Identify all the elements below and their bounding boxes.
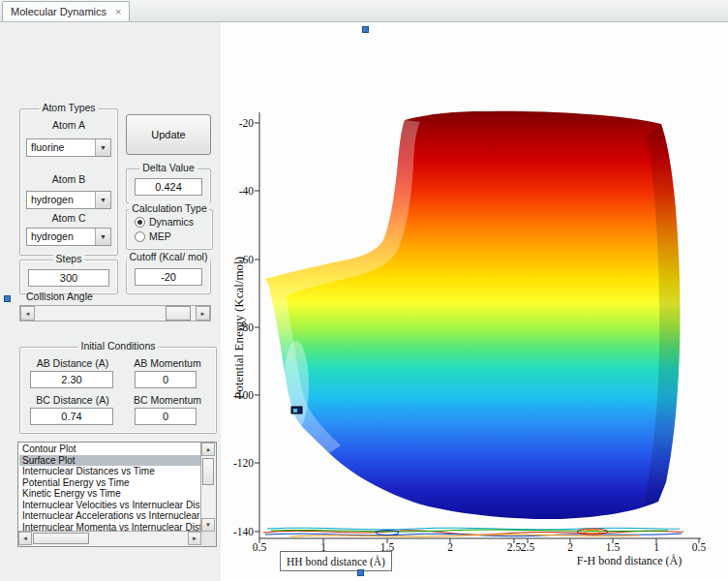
scrollbar-corner [201, 532, 216, 546]
selection-handle-bottom[interactable] [357, 569, 364, 576]
bc-distance-field[interactable]: 0.74 [30, 408, 113, 425]
ab-distance-label: AB Distance (A) [28, 357, 117, 369]
atom-c-value: hydrogen [27, 229, 95, 245]
update-button[interactable]: Update [126, 114, 211, 155]
scroll-right-icon[interactable]: ► [188, 532, 201, 545]
collision-angle-slider[interactable]: ◄ ► [19, 305, 211, 321]
cutoff-panel: Cutoff (Kcal/ mol) -20 [126, 258, 211, 294]
update-button-label: Update [151, 129, 185, 140]
ab-momentum-label: AB Momentum [125, 357, 210, 369]
radio-dynamics-label: Dynamics [149, 216, 194, 228]
y-tick: -60 [225, 254, 254, 265]
tab-title: Molecular Dynamics [11, 6, 106, 17]
y-tick: -80 [225, 321, 254, 333]
atom-types-panel: Atom Types Atom A fluorine ▼ Atom B hydr… [19, 108, 118, 256]
tab-close-icon[interactable]: × [115, 7, 121, 17]
list-item-selected[interactable]: Surface Plot [19, 455, 200, 467]
delta-value-panel: Delta Value 0.424 [126, 168, 211, 203]
list-item[interactable]: Internuclear Velocities vs Internuclear … [19, 500, 200, 511]
atom-a-value: fluorine [27, 139, 95, 156]
plot-type-listbox[interactable]: Contour Plot Surface Plot Internuclear D… [17, 442, 217, 547]
steps-field[interactable]: 300 [28, 269, 109, 287]
slider-right-arrow-icon[interactable]: ► [196, 306, 210, 321]
x-tick-fh: 2.5 [513, 541, 542, 553]
atom-c-label: Atom C [20, 212, 117, 224]
radio-unselected-icon[interactable] [135, 231, 145, 242]
x-tick-hh: 0.5 [245, 541, 274, 553]
cutoff-field[interactable]: -20 [135, 268, 202, 286]
atom-b-label: Atom B [20, 173, 117, 185]
list-item[interactable]: Internuclear Distances vs Time [19, 466, 200, 477]
steps-title: Steps [53, 253, 85, 264]
atom-c-dropdown[interactable]: hydrogen ▼ [26, 228, 111, 246]
list-item[interactable]: Internuclear Momenta vs Internuclear Dis… [19, 522, 200, 532]
y-tick: -40 [225, 185, 254, 197]
collision-angle-label: Collision Angle [26, 290, 93, 302]
y-tick: -20 [225, 117, 254, 129]
ab-momentum-field[interactable]: 0 [135, 371, 197, 388]
tab-molecular-dynamics[interactable]: Molecular Dynamics × [2, 1, 130, 21]
scroll-down-icon[interactable]: ▼ [201, 518, 215, 532]
initial-conditions-title: Initial Conditions [77, 340, 158, 352]
molecular-dynamics-window: Molecular Dynamics × Atom Types Atom A f… [0, 0, 728, 581]
slider-thumb[interactable] [166, 306, 191, 321]
plot-type-list: Contour Plot Surface Plot Internuclear D… [19, 443, 200, 531]
fh-axis-label: F-H bond distance (Å) [552, 554, 707, 568]
radio-mep[interactable]: MEP [135, 230, 171, 242]
steps-panel: Steps 300 [19, 260, 118, 294]
bc-distance-label: BC Distance (A) [28, 394, 117, 406]
x-tick-fh: 1 [642, 541, 671, 553]
bc-momentum-label: BC Momentum [125, 394, 210, 406]
atom-types-title: Atom Types [39, 102, 98, 113]
list-item[interactable]: Potential Energy vs Time [19, 477, 200, 489]
chevron-down-icon[interactable]: ▼ [95, 229, 110, 245]
delta-value-field[interactable]: 0.424 [135, 178, 202, 196]
delta-value-title: Delta Value [139, 162, 197, 173]
x-tick-fh: 2 [556, 541, 585, 553]
scroll-up-icon[interactable]: ▲ [201, 443, 215, 456]
y-tick: -120 [225, 457, 254, 469]
list-horizontal-scrollbar[interactable]: ◄ ► [18, 531, 201, 546]
selection-handle-top[interactable] [362, 26, 369, 33]
hh-axis-label-box[interactable]: HH bond distance (Å) [280, 551, 392, 571]
selection-handle-left[interactable] [4, 295, 11, 302]
x-tick-hh: 2 [436, 541, 465, 553]
cutoff-title: Cutoff (Kcal/ mol) [127, 251, 211, 262]
x-tick-fh: 0.5 [684, 541, 713, 553]
list-item[interactable]: Contour Plot [19, 443, 200, 455]
list-vertical-scrollbar[interactable]: ▲ ▼ [200, 443, 216, 532]
chevron-down-icon[interactable]: ▼ [95, 192, 110, 208]
tab-bar: Molecular Dynamics × [0, 0, 728, 22]
atom-b-dropdown[interactable]: hydrogen ▼ [26, 191, 111, 209]
list-item[interactable]: Internuclear Accelerations vs Internucle… [19, 510, 200, 522]
atom-b-value: hydrogen [27, 192, 95, 208]
ab-distance-field[interactable]: 2.30 [30, 371, 113, 388]
chevron-down-icon[interactable]: ▼ [95, 139, 110, 156]
vertical-scroll-thumb[interactable] [202, 458, 214, 485]
list-item[interactable]: Kinetic Energy vs Time [19, 488, 200, 500]
atom-a-dropdown[interactable]: fluorine ▼ [26, 138, 111, 157]
scroll-left-icon[interactable]: ◄ [18, 532, 32, 545]
horizontal-scroll-thumb[interactable] [33, 533, 89, 544]
radio-dynamics[interactable]: Dynamics [135, 216, 194, 228]
calculation-type-title: Calculation Type [129, 202, 209, 214]
atom-a-label: Atom A [20, 119, 117, 131]
radio-mep-label: MEP [149, 230, 171, 242]
figure-canvas [221, 22, 728, 581]
y-tick: -100 [225, 389, 254, 401]
radio-selected-icon[interactable] [135, 217, 145, 228]
slider-left-arrow-icon[interactable]: ◄ [20, 306, 35, 321]
y-tick: -140 [225, 526, 254, 537]
calculation-type-panel: Calculation Type Dynamics MEP [126, 209, 213, 250]
x-tick-fh: 1.5 [598, 541, 627, 553]
initial-conditions-panel: Initial Conditions AB Distance (A) AB Mo… [19, 347, 217, 434]
bc-momentum-field[interactable]: 0 [135, 408, 197, 425]
